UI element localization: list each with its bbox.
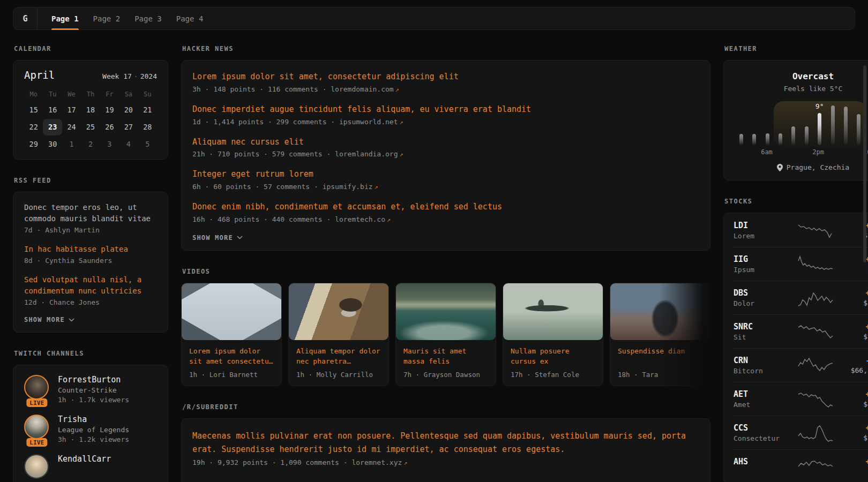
calendar-day: 20 xyxy=(119,102,138,118)
video-title[interactable]: Mauris sit amet massa felis xyxy=(403,346,488,367)
stock-ticker: SNRC xyxy=(734,322,789,332)
hn-item: Donec enim nibh, condimentum et accumsan… xyxy=(192,201,699,223)
external-link-icon: ↗ xyxy=(400,150,403,158)
video-title[interactable]: Lorem ipsum dolor sit amet consectetu… xyxy=(189,346,274,367)
hn-item-title[interactable]: Donec imperdiet augue tincidunt felis al… xyxy=(192,104,699,116)
hn-meta-text: 16h · 468 points · 440 comments · loremt… xyxy=(192,215,385,223)
location-pin-icon xyxy=(777,164,783,171)
stock-sparkline xyxy=(794,356,838,375)
rss-item-title[interactable]: Sed volutpat nulla nisl, a condimentum n… xyxy=(24,274,157,297)
video-thumbnail[interactable] xyxy=(503,283,603,340)
video-thumbnail[interactable] xyxy=(289,283,388,340)
video-thumbnail[interactable] xyxy=(182,283,281,340)
hn-item: Integer eget rutrum lorem 6h · 60 points… xyxy=(192,169,699,191)
channel-name: ForrestBurton xyxy=(58,375,129,385)
tab-page-4[interactable]: Page 4 xyxy=(176,7,204,29)
video-title[interactable]: Nullam posuere cursus ex xyxy=(511,346,595,367)
tab-page-2[interactable]: Page 2 xyxy=(93,7,121,29)
subreddit-widget: Maecenas mollis pulvinar erat non posuer… xyxy=(181,418,710,482)
hn-meta-text: 1d · 1,414 points · 299 comments · ipsum… xyxy=(192,118,398,126)
weather-bars: 9° xyxy=(735,102,868,145)
top-nav: G Page 1 Page 2 Page 3 Page 4 xyxy=(13,7,855,30)
twitch-section: TWITCH CHANNELS LIVE ForrestBurton Count… xyxy=(13,350,168,482)
hn-item: Aliquam nec cursus elit 21h · 710 points… xyxy=(192,137,699,159)
chevron-down-icon xyxy=(69,318,74,322)
tab-page-3[interactable]: Page 3 xyxy=(134,7,162,29)
hn-show-more-button[interactable]: SHOW MORE xyxy=(192,234,699,242)
subreddit-section-label: /R/SUBREDDIT xyxy=(182,403,710,411)
stock-row[interactable]: IIGIpsum +2.84%$42.04 xyxy=(732,247,868,281)
calendar-day: 21 xyxy=(138,102,157,118)
video-thumbnail[interactable] xyxy=(396,283,496,340)
stock-row[interactable]: LDILorem +4.35%$795.18 xyxy=(732,214,868,247)
video-thumbnail[interactable] xyxy=(610,283,710,340)
hn-item-title[interactable]: Integer eget rutrum lorem xyxy=(192,169,699,180)
stock-row[interactable]: DBSDolor +1.42%$156.28 xyxy=(732,281,868,314)
rss-section: RSS FEED Donec tempor eros leo, ut commo… xyxy=(13,177,168,333)
external-link-icon: ↗ xyxy=(387,216,391,223)
weather-bar xyxy=(800,102,813,145)
external-link-icon: ↗ xyxy=(375,183,378,191)
channel-name: KendallCarr xyxy=(58,454,111,464)
video-card[interactable]: Lorem ipsum dolor sit amet consectetu… 1… xyxy=(181,283,282,386)
middle-column: HACKER NEWS Lorem ipsum dolor sit amet, … xyxy=(181,45,710,482)
page-scrollbar[interactable] xyxy=(863,65,866,262)
video-card[interactable]: Aliquam tempor dolor nec pharetra… 1h · … xyxy=(288,283,389,386)
app-logo[interactable]: G xyxy=(13,7,38,29)
weekday-header: Su xyxy=(138,87,157,101)
tab-page-1[interactable]: Page 1 xyxy=(51,7,79,29)
stock-row[interactable]: CCSConsectetur +0.51%$165.84 xyxy=(732,416,868,449)
hn-item-title[interactable]: Aliquam nec cursus elit xyxy=(192,137,699,148)
stock-ticker: CCS xyxy=(734,423,789,433)
twitch-channel[interactable]: LIVE ForrestBurton Counter-Strike 1h · 1… xyxy=(24,375,157,404)
post-meta: 19h · 9,932 points · 1,090 comments · lo… xyxy=(192,458,699,466)
stock-name: Lorem xyxy=(734,232,789,240)
stock-change: -1.00% xyxy=(842,356,868,365)
video-card[interactable]: Mauris sit amet massa felis 7h · Grayson… xyxy=(395,283,496,386)
stock-row[interactable]: AHS +0.46% xyxy=(732,449,868,482)
stock-sparkline xyxy=(794,221,838,240)
stocks-section: STOCKS LDILorem +4.35%$795.18 IIGIpsum +… xyxy=(723,198,868,482)
hn-item-meta: 21h · 710 points · 579 comments · loreml… xyxy=(192,150,699,158)
hn-item-title[interactable]: Lorem ipsum dolor sit amet, consectetur … xyxy=(192,71,699,83)
video-meta: 7h · Grayson Dawson xyxy=(403,371,488,379)
hn-item-title[interactable]: Donec enim nibh, condimentum et accumsan… xyxy=(192,201,699,213)
twitch-channel[interactable]: LIVE Trisha League of Legends 3h · 1.2k … xyxy=(24,415,157,443)
weather-section: WEATHER Overcast Feels like 5°C 9° 6am2p… xyxy=(723,45,868,180)
stock-ticker: CRN xyxy=(734,356,789,365)
stock-change: +1.42% xyxy=(842,289,868,297)
weekday-header: Tu xyxy=(43,87,62,101)
rss-item-title[interactable]: In hac habitasse platea xyxy=(24,244,157,255)
rss-show-more-button[interactable]: SHOW MORE xyxy=(24,316,157,323)
video-title[interactable]: Suspendisse diam xyxy=(618,346,702,367)
channel-avatar: LIVE xyxy=(24,375,50,404)
hacker-news-section: HACKER NEWS Lorem ipsum dolor sit amet, … xyxy=(181,45,710,251)
weather-bar xyxy=(826,102,839,145)
video-card[interactable]: Suspendisse diam 18h · Tara xyxy=(610,283,710,386)
post-meta-text: 19h · 9,932 points · 1,090 comments · lo… xyxy=(192,458,402,466)
weather-bar: 9° xyxy=(813,102,826,145)
video-title[interactable]: Aliquam tempor dolor nec pharetra… xyxy=(296,346,381,367)
stock-name: Dolor xyxy=(734,299,789,307)
stock-row[interactable]: AETAmet +0.92%$499.72 xyxy=(732,382,868,416)
channel-avatar xyxy=(24,454,50,479)
stock-ticker: DBS xyxy=(734,288,789,298)
twitch-channel[interactable]: KendallCarr xyxy=(24,454,157,479)
current-temp-label: 9° xyxy=(815,102,824,110)
calendar-day: 29 xyxy=(24,136,43,153)
weather-time-labels: 6am2pm10pm xyxy=(735,148,868,156)
stock-row[interactable]: CRNBitcorn -1.00%$66,171.48 xyxy=(732,348,868,382)
calendar-day: 28 xyxy=(138,119,157,135)
calendar-day: 24 xyxy=(62,119,81,135)
stock-ticker: AHS xyxy=(734,457,789,466)
post-title[interactable]: Maecenas mollis pulvinar erat non posuer… xyxy=(192,430,699,456)
video-card[interactable]: Nullam posuere cursus ex 17h · Stefan Co… xyxy=(503,283,603,386)
hn-item: Donec imperdiet augue tincidunt felis al… xyxy=(192,104,699,126)
twitch-section-label: TWITCH CHANNELS xyxy=(14,350,168,357)
show-more-label: SHOW MORE xyxy=(24,316,65,323)
stock-sparkline xyxy=(794,389,838,409)
rss-item-title[interactable]: Donec tempor eros leo, ut commodo mauris… xyxy=(24,202,157,224)
calendar-day-next-month: 2 xyxy=(81,136,100,153)
stock-price: $42.04 xyxy=(842,265,868,273)
stock-row[interactable]: SNRCSit +1.36%$148.64 xyxy=(732,314,868,348)
